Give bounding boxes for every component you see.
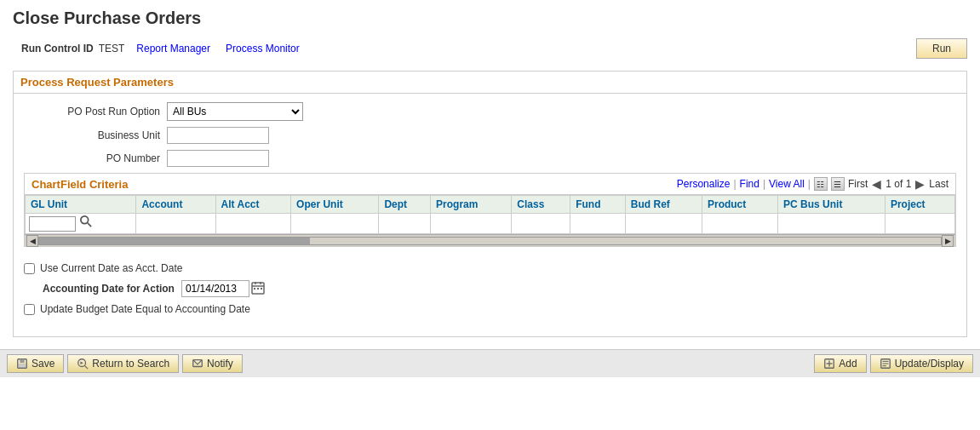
table-row xyxy=(26,214,955,234)
gl-unit-cell xyxy=(26,214,136,234)
col-account: Account xyxy=(136,196,215,214)
run-button[interactable]: Run xyxy=(916,38,967,59)
prev-page-button[interactable]: ◀ xyxy=(870,177,883,191)
page-title: Close Purchase Orders xyxy=(13,9,967,28)
svg-line-1 xyxy=(88,223,91,226)
report-manager-link[interactable]: Report Manager xyxy=(136,43,210,54)
svg-point-0 xyxy=(81,216,89,224)
notify-button[interactable]: Notify xyxy=(182,354,243,373)
program-cell xyxy=(431,214,512,234)
view-all-link[interactable]: View All xyxy=(769,178,805,190)
calendar-icon xyxy=(251,281,265,295)
list-icon[interactable]: ☰ xyxy=(831,177,845,191)
svg-rect-7 xyxy=(257,288,259,290)
return-search-button[interactable]: Return to Search xyxy=(67,354,179,373)
process-monitor-link[interactable]: Process Monitor xyxy=(226,43,300,54)
acct-date-row: Accounting Date for Action xyxy=(43,280,956,297)
col-pc-bus-unit: PC Bus Unit xyxy=(778,196,885,214)
options-area: Use Current Date as Acct. Date Accountin… xyxy=(24,255,956,328)
chartfield-title: ChartField Criteria xyxy=(32,178,128,191)
toolbar-left: Save Return to Search Notify xyxy=(7,354,243,373)
notify-label: Notify xyxy=(207,358,233,370)
alt-acct-cell xyxy=(215,214,290,234)
personalize-link[interactable]: Personalize xyxy=(677,178,731,190)
svg-rect-11 xyxy=(19,364,26,368)
last-label: Last xyxy=(929,178,948,190)
account-cell xyxy=(136,214,215,234)
run-control-value: TEST xyxy=(99,43,125,54)
col-fund: Fund xyxy=(570,196,626,214)
business-unit-input[interactable] xyxy=(167,127,269,144)
col-gl-unit: GL Unit xyxy=(26,196,136,214)
col-dept: Dept xyxy=(379,196,431,214)
find-link[interactable]: Find xyxy=(740,178,759,190)
business-unit-row: Business Unit xyxy=(24,127,956,144)
accounting-date-input[interactable] xyxy=(181,280,249,297)
acct-date-label: Accounting Date for Action xyxy=(43,283,175,295)
use-current-date-row: Use Current Date as Acct. Date xyxy=(24,262,956,274)
bottom-toolbar: Save Return to Search Notify xyxy=(0,349,980,377)
class-cell xyxy=(512,214,570,234)
add-button[interactable]: Add xyxy=(814,354,866,373)
grid-icon[interactable]: ☷ xyxy=(814,177,828,191)
scroll-left-button[interactable]: ◀ xyxy=(26,235,38,247)
col-oper-unit: Oper Unit xyxy=(291,196,379,214)
search-icon xyxy=(80,215,92,227)
bud-ref-cell xyxy=(625,214,702,234)
business-unit-label: Business Unit xyxy=(24,129,160,141)
return-search-icon xyxy=(77,358,89,370)
col-alt-acct: Alt Acct xyxy=(215,196,290,214)
save-icon xyxy=(16,358,28,370)
project-cell xyxy=(885,214,954,234)
pc-bus-unit-cell xyxy=(778,214,885,234)
calendar-button[interactable] xyxy=(251,281,265,297)
po-post-run-option-select[interactable]: All BUs Single BU xyxy=(167,102,303,121)
add-label: Add xyxy=(839,358,857,370)
oper-unit-cell xyxy=(291,214,379,234)
col-program: Program xyxy=(431,196,512,214)
return-search-label: Return to Search xyxy=(92,358,169,370)
svg-rect-10 xyxy=(20,359,24,363)
pagination-nav: First ◀ 1 of 1 ▶ Last xyxy=(848,177,948,191)
update-budget-checkbox[interactable] xyxy=(24,304,35,315)
scroll-right-button[interactable]: ▶ xyxy=(942,235,954,247)
dept-cell xyxy=(379,214,431,234)
add-icon xyxy=(823,358,835,370)
update-display-label: Update/Display xyxy=(895,358,964,370)
chartfield-header: ChartField Criteria Personalize | Find |… xyxy=(25,174,955,195)
process-request-section: Process Request Parameters PO Post Run O… xyxy=(13,71,967,337)
scroll-track[interactable] xyxy=(38,237,942,245)
gl-unit-search-button[interactable] xyxy=(78,215,94,227)
col-product: Product xyxy=(702,196,777,214)
po-number-label: PO Number xyxy=(24,152,160,164)
po-number-row: PO Number xyxy=(24,150,956,167)
use-current-date-label: Use Current Date as Acct. Date xyxy=(40,262,182,274)
update-display-icon xyxy=(880,358,891,370)
col-project: Project xyxy=(885,196,954,214)
chartfield-section: ChartField Criteria Personalize | Find |… xyxy=(24,173,956,247)
col-bud-ref: Bud Ref xyxy=(625,196,702,214)
svg-rect-8 xyxy=(261,288,262,290)
col-class: Class xyxy=(512,196,570,214)
gl-unit-input[interactable] xyxy=(29,216,76,232)
toolbar-right: Add Update/Display xyxy=(814,354,973,373)
svg-line-13 xyxy=(85,366,89,370)
grid-header-row: GL Unit Account Alt Acct Oper Unit Dept … xyxy=(26,196,955,214)
run-control-label: Run Control ID xyxy=(21,43,94,54)
notify-icon xyxy=(192,358,203,370)
horizontal-scrollbar[interactable]: ◀ ▶ xyxy=(25,234,955,246)
use-current-date-checkbox[interactable] xyxy=(24,263,35,274)
run-control-row: Run Control ID TEST Report Manager Proce… xyxy=(21,38,967,59)
update-display-button[interactable]: Update/Display xyxy=(870,354,973,373)
save-button[interactable]: Save xyxy=(7,354,64,373)
chartfield-grid: GL Unit Account Alt Acct Oper Unit Dept … xyxy=(25,195,955,234)
first-label: First xyxy=(848,178,868,190)
pagination-text: 1 of 1 xyxy=(885,178,911,190)
svg-rect-6 xyxy=(254,288,255,290)
process-request-header: Process Request Parameters xyxy=(14,72,966,94)
next-page-button[interactable]: ▶ xyxy=(914,177,926,191)
save-label: Save xyxy=(32,358,54,370)
fund-cell xyxy=(570,214,626,234)
product-cell xyxy=(702,214,777,234)
po-number-input[interactable] xyxy=(167,150,269,167)
